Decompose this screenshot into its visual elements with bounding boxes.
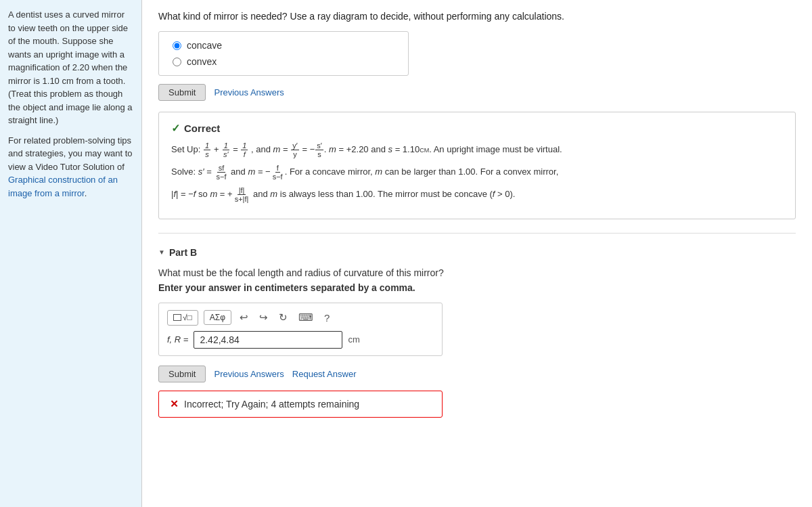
part-b-submit-button[interactable]: Submit bbox=[158, 366, 206, 382]
part-b-section: ▼ Part B What must be the focal length a… bbox=[158, 247, 796, 418]
answer-input[interactable] bbox=[194, 331, 342, 349]
sqrt-box-icon bbox=[173, 314, 181, 321]
unit-label: cm bbox=[348, 334, 359, 345]
x-icon: ✕ bbox=[170, 398, 179, 410]
correct-line-1: Set Up: 1s + 1s′ = 1f , and m = y′y = −s… bbox=[171, 141, 783, 158]
correct-line-2: Solve: s′ = sfs−f and m = −fs−f. For a c… bbox=[171, 164, 783, 181]
input-row: f, R = cm bbox=[167, 331, 434, 349]
concave-radio[interactable] bbox=[173, 41, 181, 50]
keyboard-button[interactable]: ⌨ bbox=[296, 310, 316, 325]
incorrect-box: ✕ Incorrect; Try Again; 4 attempts remai… bbox=[158, 391, 443, 418]
concave-label[interactable]: concave bbox=[187, 40, 222, 51]
request-answer-link[interactable]: Request Answer bbox=[292, 369, 357, 379]
part-b-prev-answers-link[interactable]: Previous Answers bbox=[214, 369, 284, 379]
redo-button[interactable]: ↪ bbox=[256, 310, 271, 325]
problem-text: A dentist uses a curved mirror to view t… bbox=[8, 8, 133, 127]
undo-button[interactable]: ↩ bbox=[237, 310, 251, 325]
checkmark-icon: ✓ bbox=[171, 122, 180, 135]
part-b-label: Part B bbox=[169, 247, 197, 258]
incorrect-message: Incorrect; Try Again; 4 attempts remaini… bbox=[184, 399, 359, 410]
correct-line-3: |f| = −f so m = +|f|s+|f| and m is alway… bbox=[171, 186, 783, 203]
part-a-section: What kind of mirror is needed? Use a ray… bbox=[158, 11, 796, 219]
part-b-question: What must be the focal length and radius… bbox=[158, 267, 796, 278]
part-a-submit-row: Submit Previous Answers bbox=[158, 84, 796, 101]
collapse-icon[interactable]: ▼ bbox=[158, 248, 165, 256]
video-tutor-link[interactable]: Graphical construction of an image from … bbox=[8, 175, 118, 198]
input-label: f, R = bbox=[167, 334, 188, 345]
correct-label: Correct bbox=[184, 123, 220, 134]
options-box: concave convex bbox=[158, 31, 409, 76]
part-b-submit-row: Submit Previous Answers Request Answer bbox=[158, 366, 796, 382]
toolbar-row: √□ ΑΣφ ↩ ↪ ↻ ⌨ ? bbox=[167, 310, 434, 326]
sqrt-symbol: √□ bbox=[183, 313, 192, 322]
refresh-button[interactable]: ↻ bbox=[276, 310, 290, 325]
main-content: What kind of mirror is needed? Use a ray… bbox=[142, 0, 812, 507]
part-a-question: What kind of mirror is needed? Use a ray… bbox=[158, 11, 796, 22]
math-sqrt-button[interactable]: √□ bbox=[167, 310, 198, 326]
part-a-submit-button[interactable]: Submit bbox=[158, 84, 206, 101]
part-b-header: ▼ Part B bbox=[158, 247, 796, 258]
section-divider bbox=[158, 233, 796, 234]
help-button[interactable]: ? bbox=[321, 311, 332, 325]
sidebar: A dentist uses a curved mirror to view t… bbox=[0, 0, 142, 507]
answer-box: √□ ΑΣφ ↩ ↪ ↻ ⌨ ? f, R = cm bbox=[158, 303, 443, 356]
option-convex-row: convex bbox=[173, 56, 394, 67]
tip-text: For related problem-solving tips and str… bbox=[8, 134, 133, 200]
option-concave-row: concave bbox=[173, 40, 394, 51]
convex-radio[interactable] bbox=[173, 58, 181, 66]
convex-label[interactable]: convex bbox=[187, 56, 217, 67]
correct-box: ✓ Correct Set Up: 1s + 1s′ = 1f , and m … bbox=[158, 112, 796, 219]
greek-button[interactable]: ΑΣφ bbox=[204, 310, 231, 325]
correct-header: ✓ Correct bbox=[171, 122, 783, 135]
part-a-prev-answers-link[interactable]: Previous Answers bbox=[214, 87, 284, 97]
part-b-instruction: Enter your answer in centimeters separat… bbox=[158, 282, 796, 293]
